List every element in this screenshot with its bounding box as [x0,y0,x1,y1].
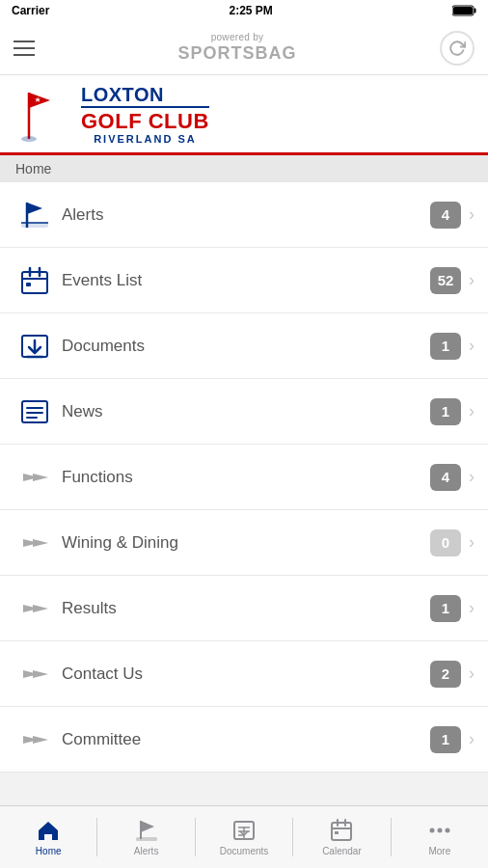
svg-rect-11 [22,272,47,293]
carrier-label: Carrier [12,4,49,17]
calendar-icon [14,265,56,296]
logo-line3: RIVERLAND SA [81,133,209,145]
tab-label-calendar: Calendar [322,846,362,856]
menu-label-documents: Documents [56,337,430,356]
menu-item-wining-dining[interactable]: Wining & Dining 0 › [0,510,488,576]
logo-text: LOXTON GOLF CLUB RIVERLAND SA [81,85,209,145]
menu-label-results: Results [56,599,430,618]
menu-button[interactable] [14,41,35,56]
section-label: Home [0,155,488,182]
tab-label-documents: Documents [220,846,269,856]
menu-badge-events-list: 52 [430,267,461,294]
tab-icon-alerts [134,818,159,843]
menu-label-wining-dining: Wining & Dining [56,533,430,553]
svg-point-5 [21,136,37,142]
menu-badge-functions: 4 [430,464,461,491]
status-icons [452,5,476,16]
svg-point-48 [445,828,449,833]
powered-by-label: powered by [211,32,264,43]
menu-badge-documents: 1 [430,333,461,360]
tab-home[interactable]: Home [0,806,96,868]
menu-list: Alerts 4 › Events List 52 › Documents 1 … [0,182,488,773]
svg-point-47 [437,828,442,833]
time-label: 2:25 PM [230,4,273,17]
tab-bar: Home Alerts Documents Calendar More [0,805,488,868]
svg-rect-41 [332,823,351,840]
menu-label-contact-us: Contact Us [56,665,430,684]
tab-label-home: Home [36,846,62,856]
news-icon [14,396,56,427]
download-icon [14,331,56,362]
svg-marker-32 [33,736,48,744]
svg-rect-1 [474,9,476,14]
logo-line2: GOLF CLUB [81,110,209,133]
chevron-icon-alerts: › [469,204,474,225]
arrow-icon [14,593,56,624]
brand-label: SPORTSBAG [177,43,296,65]
menu-label-committee: Committee [56,730,430,749]
menu-item-alerts[interactable]: Alerts 4 › [0,182,488,248]
svg-rect-35 [136,837,157,841]
tab-label-alerts: Alerts [134,846,159,856]
svg-marker-4 [29,93,50,108]
menu-badge-results: 1 [430,595,461,622]
arrow-icon [14,528,56,558]
menu-item-documents[interactable]: Documents 1 › [0,313,488,379]
svg-marker-26 [33,539,48,547]
status-bar: Carrier 2:25 PM [0,0,488,21]
tab-icon-documents [231,818,257,843]
chevron-icon-wining-dining: › [469,532,474,553]
tab-icon-more [427,818,452,843]
svg-marker-8 [27,203,42,214]
tab-icon-home [36,818,61,843]
svg-marker-28 [33,605,48,612]
menu-label-functions: Functions [56,468,430,487]
arrow-icon [14,659,56,690]
tab-icon-calendar [329,818,354,843]
menu-item-committee[interactable]: Committee 1 › [0,707,488,773]
svg-rect-45 [335,831,339,834]
menu-item-events-list[interactable]: Events List 52 › [0,248,488,313]
logo-graphic [15,89,73,142]
tab-calendar[interactable]: Calendar [293,806,390,868]
menu-badge-committee: 1 [430,726,461,753]
menu-badge-contact-us: 2 [430,661,461,688]
menu-item-functions[interactable]: Functions 4 › [0,445,488,510]
menu-item-contact-us[interactable]: Contact Us 2 › [0,641,488,707]
battery-icon [452,5,476,16]
menu-label-events-list: Events List [56,271,430,290]
flag-icon [14,200,56,231]
menu-badge-news: 1 [430,398,461,425]
menu-badge-alerts: 4 [430,202,461,229]
menu-item-news[interactable]: News 1 › [0,379,488,445]
chevron-icon-documents: › [469,336,474,356]
chevron-icon-news: › [469,401,474,421]
svg-rect-2 [453,7,473,14]
chevron-icon-committee: › [469,729,474,749]
svg-marker-34 [141,821,154,832]
logo-area: LOXTON GOLF CLUB RIVERLAND SA [0,75,488,155]
chevron-icon-contact-us: › [469,664,474,684]
refresh-button[interactable] [440,31,474,66]
app-header: powered by SPORTSBAG [0,21,488,75]
chevron-icon-results: › [469,598,474,618]
svg-marker-24 [33,474,48,481]
header-title: powered by SPORTSBAG [177,32,296,65]
tab-more[interactable]: More [392,806,488,868]
svg-point-46 [429,828,434,833]
logo-line1: LOXTON [81,85,209,104]
menu-label-alerts: Alerts [56,205,430,225]
tab-alerts[interactable]: Alerts [97,806,194,868]
menu-label-news: News [56,402,430,421]
menu-item-results[interactable]: Results 1 › [0,576,488,641]
arrow-icon [14,462,56,493]
tab-label-more: More [428,846,450,856]
svg-marker-30 [33,670,48,678]
menu-badge-wining-dining: 0 [430,529,461,556]
tab-documents[interactable]: Documents [196,806,292,868]
svg-rect-15 [26,283,31,286]
chevron-icon-functions: › [469,467,474,487]
chevron-icon-events-list: › [469,270,474,290]
arrow-icon [14,724,56,755]
